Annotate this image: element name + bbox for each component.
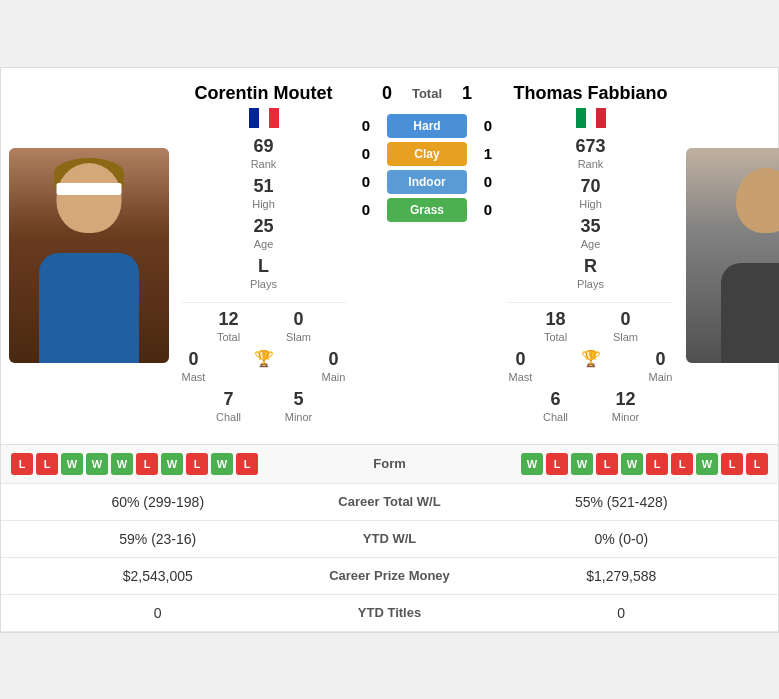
clay-badge: Clay (387, 142, 467, 166)
left-age-row: 25 Age (181, 216, 346, 250)
right-player-flag (576, 108, 606, 128)
form-badge-left: L (11, 453, 33, 475)
grass-left-score: 0 (351, 201, 381, 218)
form-badge-right: L (646, 453, 668, 475)
grass-right-score: 0 (473, 201, 503, 218)
stats-left: $2,543,005 (16, 568, 300, 584)
hard-badge: Hard (387, 114, 467, 138)
right-high-row: 70 High (508, 176, 673, 210)
form-badge-right: L (671, 453, 693, 475)
stats-row: 60% (299-198) Career Total W/L 55% (521-… (1, 484, 778, 521)
form-badge-right: W (621, 453, 643, 475)
right-rank-row: 673 Rank (508, 136, 673, 170)
form-badge-left: L (136, 453, 158, 475)
right-total-slam-row: 18 Total 0 Slam (508, 309, 673, 343)
grass-badge: Grass (387, 198, 467, 222)
stats-center: Career Prize Money (300, 568, 480, 583)
form-badge-right: L (746, 453, 768, 475)
form-badge-right: W (696, 453, 718, 475)
left-player-photo (1, 78, 176, 434)
stats-left: 0 (16, 605, 300, 621)
left-plays-row: L Plays (181, 256, 346, 290)
right-high: 70 High (566, 176, 616, 210)
bottom-section: LLWWWLWLWL Form WLWLWLLWLL 60% (299-198)… (1, 444, 778, 632)
hard-right-score: 0 (473, 117, 503, 134)
right-player-photo (678, 78, 779, 434)
total-right-score: 1 (462, 83, 472, 104)
left-minor: 5 Minor (274, 389, 324, 423)
left-rank-row: 69 Rank (181, 136, 346, 170)
form-badge-left: W (86, 453, 108, 475)
trophy-icon-left: 🏆 (254, 350, 274, 367)
right-trophy-icon: 🏆 (566, 349, 616, 383)
stats-right: $1,279,588 (480, 568, 764, 584)
trophy-icon-right: 🏆 (581, 350, 601, 367)
form-badge-right: L (596, 453, 618, 475)
form-row: LLWWWLWLWL Form WLWLWLLWLL (1, 445, 778, 484)
left-player-stats: Corentin Moutet 69 Rank 51 High (176, 78, 351, 434)
right-age-row: 35 Age (508, 216, 673, 250)
court-hard-row: 0 Hard 0 (351, 114, 503, 138)
left-high-row: 51 High (181, 176, 346, 210)
stats-left: 60% (299-198) (16, 494, 300, 510)
court-clay-row: 0 Clay 1 (351, 142, 503, 166)
right-form-badges: WLWLWLLWLL (450, 453, 769, 475)
right-total: 18 Total (531, 309, 581, 343)
left-plays: L Plays (239, 256, 289, 290)
right-player-name: Thomas Fabbiano (513, 83, 667, 104)
stats-center: YTD W/L (300, 531, 480, 546)
left-mast-main-row: 0 Mast 🏆 0 Main (181, 349, 346, 383)
total-label: Total (412, 86, 442, 101)
left-age: 25 Age (239, 216, 289, 250)
right-player-stats: Thomas Fabbiano 673 Rank 70 High (503, 78, 678, 434)
indoor-left-score: 0 (351, 173, 381, 190)
left-total: 12 Total (204, 309, 254, 343)
right-minor: 12 Minor (601, 389, 651, 423)
stats-right: 55% (521-428) (480, 494, 764, 510)
court-indoor-row: 0 Indoor 0 (351, 170, 503, 194)
right-plays-row: R Plays (508, 256, 673, 290)
right-mast: 0 Mast (496, 349, 546, 383)
form-badge-right: W (521, 453, 543, 475)
left-total-slam-row: 12 Total 0 Slam (181, 309, 346, 343)
right-rank: 673 Rank (566, 136, 616, 170)
stats-right: 0 (480, 605, 764, 621)
form-badge-left: W (111, 453, 133, 475)
left-player-name: Corentin Moutet (195, 83, 333, 104)
form-badge-right: W (571, 453, 593, 475)
stats-row: 0 YTD Titles 0 (1, 595, 778, 632)
clay-right-score: 1 (473, 145, 503, 162)
right-slam: 0 Slam (601, 309, 651, 343)
left-chall: 7 Chall (204, 389, 254, 423)
form-badge-left: L (186, 453, 208, 475)
form-badge-left: W (161, 453, 183, 475)
form-badge-right: L (721, 453, 743, 475)
total-row: 0 Total 1 (382, 83, 472, 104)
clay-left-score: 0 (351, 145, 381, 162)
left-trophy-icon: 🏆 (239, 349, 289, 383)
hard-left-score: 0 (351, 117, 381, 134)
stats-center: Career Total W/L (300, 494, 480, 509)
form-badge-left: W (61, 453, 83, 475)
form-badge-left: L (36, 453, 58, 475)
left-high: 51 High (239, 176, 289, 210)
left-mast: 0 Mast (169, 349, 219, 383)
court-grass-row: 0 Grass 0 (351, 198, 503, 222)
stats-left: 59% (23-16) (16, 531, 300, 547)
form-badge-left: L (236, 453, 258, 475)
indoor-badge: Indoor (387, 170, 467, 194)
form-label: Form (330, 456, 450, 471)
stats-center: YTD Titles (300, 605, 480, 620)
form-badge-right: L (546, 453, 568, 475)
total-left-score: 0 (382, 83, 392, 104)
right-chall: 6 Chall (531, 389, 581, 423)
middle-section: 0 Total 1 0 Hard 0 0 Clay 1 0 Indoor 0 0 (351, 78, 503, 434)
match-container: Corentin Moutet 69 Rank 51 High (0, 67, 779, 633)
form-badge-left: W (211, 453, 233, 475)
indoor-right-score: 0 (473, 173, 503, 190)
stats-right: 0% (0-0) (480, 531, 764, 547)
stats-table: 60% (299-198) Career Total W/L 55% (521-… (1, 484, 778, 632)
left-form-badges: LLWWWLWLWL (11, 453, 330, 475)
stats-row: $2,543,005 Career Prize Money $1,279,588 (1, 558, 778, 595)
left-chall-minor-row: 7 Chall 5 Minor (181, 389, 346, 423)
